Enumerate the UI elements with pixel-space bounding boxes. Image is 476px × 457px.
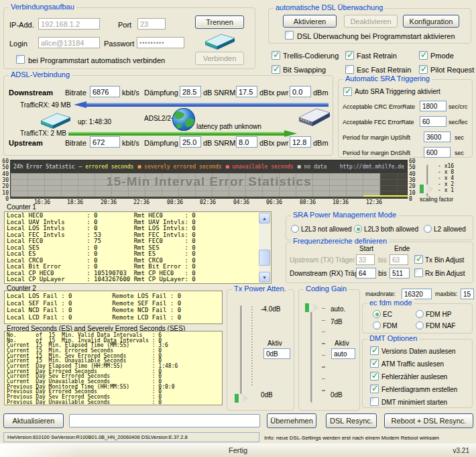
fast-retrain-label: Fast Retrain	[357, 52, 397, 60]
dmt-minimiert-label: DMT minimiert starten	[381, 399, 447, 406]
atm-traffic-checkbox[interactable]	[370, 359, 379, 368]
ds-bitrate-field[interactable]: 6876	[90, 86, 120, 97]
scaling-tick-x8: - x 8	[438, 169, 454, 175]
ds-attn-field[interactable]: 28.5	[180, 86, 201, 97]
rx-bin-adjust-label: Rx Bin Adjust	[425, 270, 465, 277]
dmt-minimiert-checkbox[interactable]	[370, 397, 379, 406]
connect-button[interactable]: Verbinden	[195, 52, 244, 65]
x-tick: 08:36	[298, 199, 317, 205]
trellis-label: Trellis-Codierung	[283, 52, 339, 60]
ds-bitrate-label: Bitrate	[65, 89, 86, 97]
bit-swapping-checkbox[interactable]	[272, 65, 280, 74]
command-input[interactable]	[69, 414, 260, 427]
scroll-up-icon[interactable]	[259, 213, 270, 223]
versions-daten-checkbox[interactable]	[370, 346, 379, 355]
sra-trigger-enabled-label: Auto SRA Triggering aktiviert	[355, 88, 440, 95]
scroll-down-icon[interactable]	[259, 272, 270, 283]
sra-crc-field[interactable]: 1800	[420, 101, 447, 111]
es-ses-box[interactable]: No. of 15 Min. Valid Data Intervals : 6N…	[4, 331, 223, 405]
downstream-label: Downstream	[9, 89, 53, 97]
ds-txpwr-label: tx pwr	[269, 89, 288, 97]
sra-trigger-checkbox[interactable]	[343, 87, 352, 96]
coding-gain-aktiv-field[interactable]: auto	[331, 348, 355, 359]
rx-bin-adjust-checkbox[interactable]	[414, 268, 423, 277]
rx-start-field[interactable]: 64	[356, 268, 376, 278]
radio-l2-allowed[interactable]	[424, 225, 432, 233]
fehlerdiagramm-checkbox[interactable]	[370, 385, 379, 393]
fehlerzaehler-checkbox[interactable]	[370, 372, 379, 380]
radio-l2l3-both-allowed[interactable]	[354, 225, 362, 233]
configuration-button[interactable]: Konfiguration	[403, 15, 459, 28]
fdm-naf-label: FDM NAF	[426, 322, 455, 329]
error-statistics-chart: 24h Error Statistic — errored seconds ■ …	[10, 160, 408, 199]
sra-fec-field[interactable]: 60	[420, 116, 447, 127]
x-tick: 02:36	[198, 199, 217, 205]
y-tick: 60	[0, 159, 9, 164]
ds-txpwr-field[interactable]: 0.0	[290, 86, 311, 97]
status-text: Fertig	[0, 446, 476, 454]
dsl-resync-button[interactable]: DSL Resync.	[326, 413, 377, 428]
counter1-box[interactable]: Local HEC0 : 0 Rmt HEC0 : 0Local UAV Int…	[4, 211, 272, 284]
monitoring-startup-checkbox[interactable]	[285, 31, 294, 40]
refresh-button[interactable]: Aktualisieren	[3, 413, 64, 428]
counter2-box[interactable]: Local LOS Fail : 0 Remote LOS Fail : 0Lo…	[4, 291, 223, 324]
login-field[interactable]: alice@13184	[38, 37, 100, 48]
counter1-scrollbar[interactable]	[259, 213, 270, 283]
ds-snrm-field[interactable]: 17.5	[236, 86, 257, 97]
us-attn-field[interactable]: 25.0	[180, 136, 201, 148]
ip-field[interactable]: 192.168.1.2	[38, 18, 100, 30]
tx-atten-bottom-label: 0dB	[261, 391, 273, 399]
coding-gain-slider-track[interactable]	[310, 305, 313, 403]
app-version: v3.21	[453, 447, 469, 454]
coding-gain-title: Coding Gain	[304, 285, 349, 293]
esc-fast-retrain-checkbox[interactable]	[345, 65, 354, 74]
version-info-bar: HwVersion:810100 SwVersion:R100B01.0B_HN…	[3, 432, 259, 442]
ec-fdm-title: ec fdm mode	[367, 299, 414, 307]
maxbits-field[interactable]: 15	[461, 289, 474, 299]
disconnect-button[interactable]: Trennen	[195, 15, 244, 29]
radio-fdm-naf[interactable]	[416, 321, 424, 329]
upstream-label: Upstream	[9, 139, 43, 147]
radio-fdm-hp[interactable]	[416, 310, 424, 318]
tx-atten-slider-track[interactable]	[240, 305, 243, 403]
us-txpwr-unit: dBm	[313, 139, 329, 147]
y-tick-right: 20	[409, 184, 420, 189]
tx-start-field[interactable]: 33	[356, 254, 375, 265]
y-tick-right: 50	[409, 165, 420, 170]
maxdnrate-field[interactable]: 16320	[402, 289, 432, 299]
radio-l2l3-not-allowed[interactable]	[291, 225, 299, 233]
us-bitrate-unit: kbit/s	[122, 139, 139, 147]
us-bitrate-field[interactable]: 672	[90, 136, 120, 148]
rx-end-field[interactable]: 511	[390, 268, 410, 278]
activate-button[interactable]: Aktivieren	[283, 15, 337, 28]
deactivate-button[interactable]: Deaktivieren	[344, 15, 398, 28]
us-snrm-field[interactable]: 8.0	[236, 136, 257, 148]
sra-fec-label: Acceptable FEC ErrorRate	[343, 119, 414, 125]
modem-icon	[203, 31, 237, 54]
y-tick: 20	[0, 184, 9, 189]
tx-bin-adjust-checkbox[interactable]	[414, 255, 423, 264]
fast-retrain-checkbox[interactable]	[345, 51, 354, 60]
ec-label: EC	[383, 311, 392, 318]
tx-atten-aktiv-field[interactable]: 0dB	[263, 348, 290, 359]
scrollbar-thumb[interactable]	[259, 250, 270, 266]
us-txpwr-field[interactable]: 12.8	[290, 136, 311, 148]
apply-button[interactable]: Übernehmen	[267, 413, 316, 428]
scaling-slider-thumb[interactable]	[420, 185, 433, 193]
y-tick: 30	[0, 178, 9, 183]
password-field[interactable]: •••••••••	[137, 37, 184, 48]
trellis-checkbox[interactable]	[272, 51, 280, 60]
tx-end-field[interactable]: 63	[390, 254, 408, 265]
pmode-label: Pmode	[430, 52, 454, 60]
reboot-resync-button[interactable]: Reboot + DSL Resync.	[384, 413, 473, 428]
radio-ec[interactable]	[373, 310, 381, 318]
radio-fdm[interactable]	[373, 321, 381, 329]
pmode-checkbox[interactable]	[419, 51, 428, 60]
port-label: Port	[118, 21, 131, 29]
maxbits-label: maxbits:	[435, 291, 458, 297]
sra-dnshift-field[interactable]: 600	[424, 147, 451, 158]
sra-upshift-field[interactable]: 3600	[424, 132, 451, 142]
port-field[interactable]: 23	[137, 18, 166, 30]
autoconnect-checkbox[interactable]	[16, 55, 25, 64]
pilot-request-checkbox[interactable]	[419, 65, 428, 74]
